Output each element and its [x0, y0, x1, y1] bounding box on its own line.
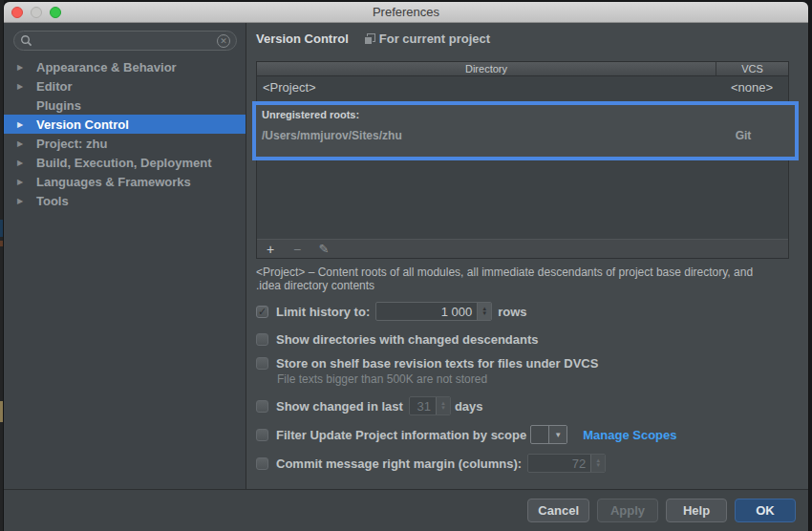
show-changed-label: Show changed in last — [276, 399, 403, 414]
column-header-vcs[interactable]: VCS — [716, 62, 788, 75]
changed-days-value[interactable]: 31 — [410, 399, 436, 414]
show-directories-label: Show directories with changed descendant… — [276, 332, 539, 347]
remove-icon[interactable]: − — [284, 241, 310, 258]
title-bar[interactable]: Preferences — [4, 2, 808, 23]
ok-button[interactable]: OK — [735, 499, 796, 522]
chevron-right-icon[interactable]: ▶ — [17, 63, 36, 72]
sidebar-item-languages-frameworks[interactable]: ▶ Languages & Frameworks — [4, 172, 246, 191]
chevron-right-icon[interactable]: ▶ — [17, 82, 36, 91]
spinner-arrows[interactable]: ▲▼ — [436, 397, 450, 414]
scope-label: For current project — [379, 32, 490, 46]
commit-margin-label: Commit message right margin (columns): — [276, 457, 522, 471]
search-input[interactable] — [32, 34, 217, 48]
store-shelf-label: Store on shelf base revision texts for f… — [276, 356, 598, 371]
column-header-directory[interactable]: Directory — [257, 62, 716, 75]
close-window-button[interactable] — [11, 7, 23, 18]
panel-header: Version Control For current project — [256, 32, 490, 46]
root-path: /Users/mmjurov/Sites/zhu — [262, 129, 697, 142]
history-rows-value[interactable]: 1 000 — [376, 305, 477, 319]
store-shelf-note: File texts bigger than 500K are not stor… — [277, 372, 487, 386]
limit-history-label: Limit history to: — [276, 305, 370, 319]
page-title: Version Control — [256, 32, 349, 46]
history-rows-spinner[interactable]: 1 000 ▲▼ — [375, 302, 492, 321]
settings-sidebar: ✕ ▶ Appearance & Behavior ▶ Editor ▶ Plu… — [4, 23, 246, 489]
store-shelf-checkbox[interactable]: ✓ — [256, 357, 268, 370]
store-shelf-row: ✓ Store on shelf base revision texts for… — [256, 352, 598, 373]
sidebar-item-editor[interactable]: ▶ Editor — [4, 76, 246, 96]
vcs-directory-table: Directory VCS <Project> <none> Unregiste… — [256, 61, 789, 259]
spinner-arrows[interactable]: ▲▼ — [590, 455, 605, 472]
unregistered-roots-box[interactable]: Unregistered roots: /Users/mmjurov/Sites… — [252, 101, 799, 160]
for-current-project-icon — [364, 33, 374, 44]
filter-scope-checkbox[interactable]: ✓ — [256, 429, 268, 441]
chevron-right-icon[interactable]: ▶ — [17, 139, 36, 148]
vcs-cell: <none> — [716, 80, 788, 95]
show-changed-row: ✓ Show changed in last 31 ▲▼ days — [256, 395, 483, 416]
cancel-button[interactable]: Cancel — [527, 499, 589, 522]
spinner-arrows[interactable]: ▲▼ — [477, 303, 491, 320]
show-changed-checkbox[interactable]: ✓ — [256, 400, 268, 413]
commit-margin-spinner[interactable]: 72 ▲▼ — [527, 454, 606, 473]
project-description-text: <Project> – Content roots of all modules… — [256, 266, 777, 292]
edit-pencil-icon[interactable]: ✎ — [310, 241, 337, 258]
help-button[interactable]: Help — [666, 499, 727, 522]
minimize-window-button[interactable] — [31, 7, 42, 18]
table-body: <Project> <none> Unregistered roots: /Us… — [257, 76, 788, 239]
sidebar-item-build-execution-deployment[interactable]: ▶ Build, Execution, Deployment — [4, 153, 246, 172]
chevron-right-icon[interactable]: ▶ — [17, 159, 36, 167]
directory-cell: <Project> — [257, 80, 716, 95]
window-controls — [11, 7, 61, 18]
table-toolbar: + − ✎ — [257, 239, 788, 258]
apply-button[interactable]: Apply — [597, 499, 658, 522]
days-suffix: days — [455, 399, 483, 414]
unregistered-root-row[interactable]: /Users/mmjurov/Sites/zhu Git — [262, 129, 789, 142]
sidebar-item-version-control[interactable]: ▶ Version Control — [4, 115, 246, 134]
commit-margin-row: ✓ Commit message right margin (columns):… — [256, 453, 606, 474]
limit-history-row: ✓ Limit history to: 1 000 ▲▼ rows — [256, 301, 527, 322]
changed-days-spinner[interactable]: 31 ▲▼ — [409, 396, 451, 415]
show-directories-checkbox[interactable]: ✓ — [256, 333, 268, 346]
add-icon[interactable]: + — [257, 241, 284, 258]
commit-margin-value[interactable]: 72 — [528, 457, 590, 471]
sidebar-item-tools[interactable]: ▶ Tools — [4, 191, 246, 210]
spinner-down-icon[interactable]: ▼ — [595, 463, 601, 468]
preferences-dialog: Preferences ✕ ▶ Appearance & Behavior ▶ … — [4, 2, 808, 531]
dialog-button-bar: Cancel Apply Help OK — [4, 489, 808, 531]
clear-search-icon[interactable]: ✕ — [217, 34, 230, 48]
spinner-down-icon[interactable]: ▼ — [481, 311, 487, 316]
version-control-panel: Version Control For current project Dire… — [246, 23, 808, 489]
sidebar-item-plugins[interactable]: ▶ Plugins — [4, 96, 246, 115]
show-directories-row: ✓ Show directories with changed descenda… — [256, 329, 539, 350]
commit-margin-checkbox[interactable]: ✓ — [256, 457, 268, 470]
chevron-right-icon[interactable]: ▶ — [17, 197, 36, 205]
search-icon — [20, 34, 32, 47]
chevron-right-icon[interactable]: ▶ — [17, 120, 36, 129]
zoom-window-button[interactable] — [50, 7, 61, 18]
filter-scope-row: ✓ Filter Update Project information by s… — [256, 424, 676, 445]
sidebar-item-project-zhu[interactable]: ▶ Project: zhu — [4, 134, 246, 153]
window-title: Preferences — [373, 5, 439, 19]
table-row[interactable]: <Project> <none> — [257, 76, 788, 97]
manage-scopes-link[interactable]: Manage Scopes — [583, 428, 676, 442]
unregistered-roots-label: Unregistered roots: — [262, 109, 789, 120]
scope-combobox[interactable]: ▼ — [530, 425, 567, 444]
spinner-down-icon[interactable]: ▼ — [440, 406, 446, 411]
settings-search-field[interactable]: ✕ — [13, 31, 237, 51]
chevron-down-icon[interactable]: ▼ — [548, 426, 566, 443]
rows-suffix: rows — [498, 305, 526, 319]
scope-combobox-value — [531, 426, 548, 443]
limit-history-checkbox[interactable]: ✓ — [256, 306, 268, 318]
sidebar-item-appearance-behavior[interactable]: ▶ Appearance & Behavior — [4, 57, 246, 76]
table-header: Directory VCS — [257, 62, 788, 76]
root-vcs: Git — [697, 129, 789, 142]
filter-scope-label: Filter Update Project information by sco… — [276, 428, 526, 442]
chevron-right-icon[interactable]: ▶ — [17, 178, 36, 186]
settings-nav: ▶ Appearance & Behavior ▶ Editor ▶ Plugi… — [4, 57, 246, 210]
